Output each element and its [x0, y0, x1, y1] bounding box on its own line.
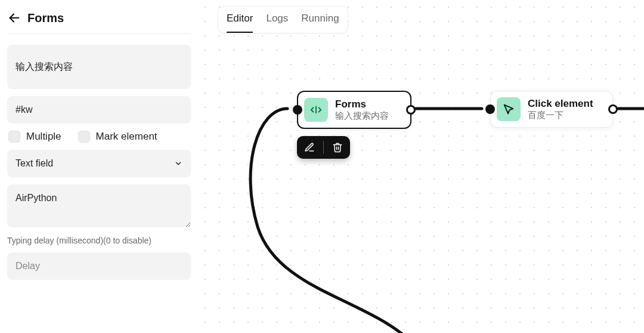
canvas[interactable]: Editor Logs Running Forms 输入搜索内容 Click e…	[198, 0, 644, 333]
mark-element-checkbox[interactable]: Mark element	[78, 131, 157, 143]
forms-icon	[304, 98, 328, 122]
node-title: Forms	[335, 98, 389, 110]
node-labels: Click element 百度一下	[528, 98, 593, 121]
node-subtitle: 百度一下	[528, 110, 593, 121]
delete-node-button[interactable]	[332, 142, 343, 153]
multiple-label: Multiple	[26, 131, 61, 143]
port-out[interactable]	[406, 105, 416, 115]
text-value-input[interactable]	[7, 184, 191, 227]
node-forms[interactable]: Forms 输入搜索内容	[297, 91, 411, 129]
sidebar-title: Forms	[27, 11, 64, 25]
node-title: Click element	[528, 98, 593, 110]
description-input[interactable]	[7, 45, 191, 89]
divider	[323, 141, 324, 154]
edit-node-button[interactable]	[304, 142, 315, 153]
tab-logs[interactable]: Logs	[266, 13, 288, 33]
typing-delay-label: Typing delay (millisecond)(0 to disable)	[7, 236, 191, 245]
tab-running[interactable]: Running	[301, 13, 339, 33]
checkbox-icon	[78, 131, 90, 143]
node-click-element[interactable]: Click element 百度一下	[490, 91, 613, 128]
sidebar: Forms Multiple Mark element Typing delay…	[0, 0, 198, 333]
checkbox-row: Multiple Mark element	[7, 131, 191, 143]
node-actions	[297, 136, 350, 159]
checkbox-icon	[8, 131, 20, 143]
typing-delay-input[interactable]	[7, 252, 191, 280]
selector-input[interactable]	[7, 96, 191, 124]
field-type-value[interactable]	[7, 150, 191, 177]
tabs: Editor Logs Running	[218, 6, 348, 33]
edges-layer	[198, 0, 644, 333]
cursor-icon	[497, 97, 521, 121]
multiple-checkbox[interactable]: Multiple	[8, 131, 61, 143]
arrow-left-icon	[8, 11, 21, 24]
sidebar-header: Forms	[7, 11, 191, 34]
node-subtitle: 输入搜索内容	[335, 110, 389, 122]
pencil-icon	[304, 142, 315, 153]
mark-element-label: Mark element	[96, 131, 157, 143]
back-button[interactable]	[7, 11, 21, 25]
tab-editor[interactable]: Editor	[227, 13, 253, 33]
port-in[interactable]	[485, 104, 495, 114]
field-type-select[interactable]	[7, 150, 191, 177]
trash-icon	[332, 142, 343, 153]
port-in[interactable]	[293, 105, 302, 115]
node-labels: Forms 输入搜索内容	[335, 98, 389, 122]
port-out[interactable]	[608, 104, 618, 114]
